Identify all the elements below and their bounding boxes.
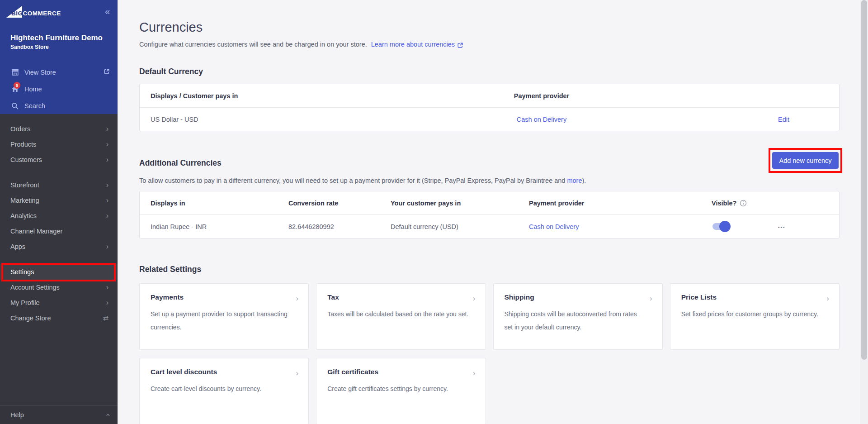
sidebar-collapse-icon[interactable]: « (105, 6, 110, 17)
page-title: Currencies (139, 20, 840, 35)
storefront-icon (10, 69, 19, 76)
column-header-displays: Displays / Customer pays in (140, 92, 395, 100)
learn-more-link[interactable]: Learn more about currencies (371, 41, 455, 48)
currency-displays-in-cell: Indian Rupee - INR (140, 223, 288, 230)
chevron-right-icon: › (650, 294, 652, 303)
sidebar-item-change-store[interactable]: Change Store⇄ (0, 310, 118, 326)
search-label: Search (24, 102, 45, 110)
sidebar-item-my-profile[interactable]: My Profile› (0, 295, 118, 310)
chevron-right-icon: › (106, 181, 108, 189)
sidebar-item-apps[interactable]: Apps› (0, 239, 118, 254)
default-currency-display-cell: US Dollar - USD (140, 116, 395, 123)
view-store-label: View Store (24, 69, 56, 76)
chevron-right-icon: › (106, 299, 108, 307)
column-header-payment-provider: Payment provider (395, 92, 689, 100)
sidebar-item-view-store[interactable]: View Store (0, 64, 118, 81)
row-actions-menu[interactable]: ••• (778, 225, 786, 230)
additional-currency-row: Indian Rupee - INR 82.6446280992 Default… (140, 215, 839, 238)
bigcommerce-logo-text: BIGCOMMERCE (11, 10, 61, 17)
chevron-right-icon: › (106, 212, 108, 220)
nav-group-divider (0, 167, 118, 177)
page-subtitle: Configure what currencies customers will… (139, 41, 840, 48)
default-currency-row: US Dollar - USD Cash on Delivery Edit (140, 108, 839, 131)
edit-link[interactable]: Edit (778, 116, 789, 123)
default-currency-table-header: Displays / Customer pays in Payment prov… (140, 84, 839, 108)
add-new-currency-button[interactable]: Add new currency (772, 152, 839, 169)
column-header-visible: Visible? (712, 200, 736, 207)
card-gift-certificates[interactable]: Gift certificates › Create gift certific… (316, 358, 486, 424)
sidebar-item-home[interactable]: 5 Home (0, 81, 118, 97)
main-content: Currencies Configure what currencies cus… (118, 0, 860, 424)
column-header-displays-in: Displays in (140, 200, 288, 207)
chevron-right-icon: › (106, 156, 108, 164)
additional-currencies-section: Additional Currencies Add new currency T… (139, 158, 840, 238)
sidebar-item-search[interactable]: Search (0, 97, 118, 114)
additional-currencies-heading: Additional Currencies (139, 158, 840, 168)
card-tax[interactable]: Tax › Taxes will be calculated based on … (316, 283, 486, 350)
sidebar-item-orders[interactable]: Orders› (0, 121, 118, 137)
chevron-right-icon: › (106, 140, 108, 148)
visible-toggle[interactable] (712, 223, 730, 230)
sidebar-item-account-settings[interactable]: Account Settings› (0, 280, 118, 295)
chevron-right-icon: › (473, 294, 476, 303)
additional-currencies-table-header: Displays in Conversion rate Your custome… (140, 191, 839, 215)
chevron-right-icon: › (296, 294, 299, 303)
logo-row: BIGCOMMERCE « (0, 0, 118, 23)
home-label: Home (24, 86, 42, 93)
sidebar-item-help[interactable]: Help › (0, 405, 118, 424)
card-shipping[interactable]: Shipping › Shipping costs will be autoco… (493, 283, 663, 350)
column-header-customer-pays-in: Your customer pays in (391, 200, 529, 207)
external-link-icon (457, 42, 463, 48)
chevron-right-icon: › (296, 369, 299, 378)
chevron-right-icon: › (826, 294, 829, 303)
additional-currencies-description: To allow customers to pay in a different… (139, 177, 840, 184)
chevron-right-icon: › (106, 283, 108, 291)
related-settings-heading: Related Settings (139, 265, 840, 274)
sidebar-item-storefront[interactable]: Storefront› (0, 177, 118, 193)
additional-currencies-table: Displays in Conversion rate Your custome… (139, 191, 840, 238)
sidebar-item-customers[interactable]: Customers› (0, 152, 118, 167)
column-header-conversion-rate: Conversion rate (288, 200, 391, 207)
card-cart-level-discounts[interactable]: Cart level discounts › Create cart-level… (139, 358, 309, 424)
sidebar-item-products[interactable]: Products› (0, 137, 118, 152)
home-notification-badge: 5 (14, 82, 20, 89)
toggle-knob (719, 221, 731, 232)
related-settings-cards: Payments › Set up a payment provider to … (139, 283, 840, 424)
red-annotation-box-add-currency: Add new currency (769, 148, 842, 173)
payment-provider-link[interactable]: Cash on Delivery (517, 116, 566, 123)
default-currency-heading: Default Currency (139, 67, 840, 76)
sidebar: BIGCOMMERCE « Hightech Furniture Demo Sa… (0, 0, 118, 424)
info-icon[interactable] (740, 200, 747, 207)
card-payments[interactable]: Payments › Set up a payment provider to … (139, 283, 309, 350)
external-link-icon (104, 68, 110, 75)
chevron-right-icon: › (106, 125, 108, 133)
help-label: Help (10, 411, 24, 419)
store-type: Sandbox Store (10, 44, 118, 50)
sidebar-item-channel-manager[interactable]: Channel Manager (0, 224, 118, 239)
sidebar-nav: Orders› Products› Customers› Storefront›… (0, 114, 118, 326)
chevron-right-icon: › (106, 196, 108, 205)
store-name: Hightech Furniture Demo (10, 33, 118, 43)
vertical-scrollbar[interactable] (860, 0, 868, 424)
sidebar-item-marketing[interactable]: Marketing› (0, 193, 118, 208)
payment-provider-link[interactable]: Cash on Delivery (529, 223, 579, 230)
chevron-right-icon: › (473, 369, 476, 378)
sidebar-store-header: BIGCOMMERCE « Hightech Furniture Demo Sa… (0, 0, 118, 114)
default-currency-table: Displays / Customer pays in Payment prov… (139, 84, 840, 131)
customer-pays-in-cell: Default currency (USD) (391, 223, 529, 230)
chevron-up-icon: › (103, 414, 111, 416)
swap-arrows-icon: ⇄ (103, 314, 108, 322)
sidebar-item-analytics[interactable]: Analytics› (0, 208, 118, 224)
scrollbar-thumb[interactable] (861, 0, 867, 360)
sidebar-item-settings[interactable]: Settings (0, 264, 118, 280)
search-icon (10, 102, 19, 110)
more-providers-link[interactable]: more (567, 177, 582, 184)
column-header-payment-provider: Payment provider (529, 200, 712, 207)
card-price-lists[interactable]: Price Lists › Set fixed prices for custo… (670, 283, 840, 350)
home-icon: 5 (10, 86, 19, 92)
conversion-rate-cell: 82.6446280992 (288, 223, 391, 230)
chevron-right-icon: › (106, 243, 108, 251)
nav-group-divider (0, 254, 118, 264)
